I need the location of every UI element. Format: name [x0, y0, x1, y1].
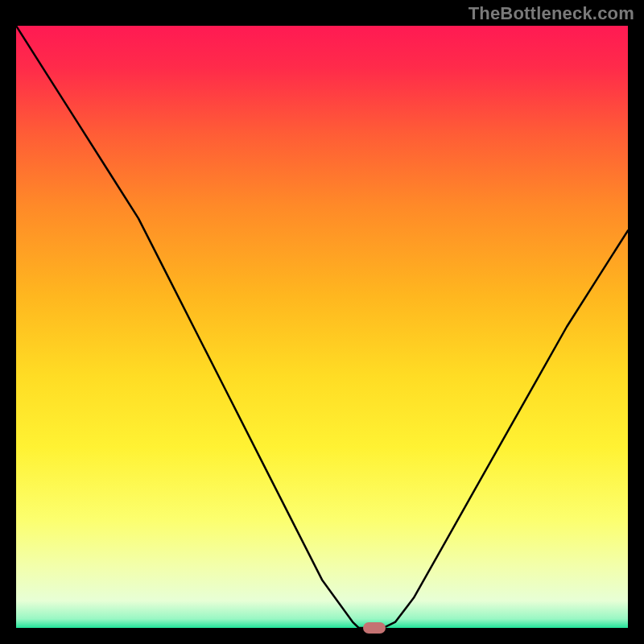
watermark-text: TheBottleneck.com — [469, 3, 634, 24]
plot-svg — [16, 26, 628, 628]
gradient-background — [16, 26, 628, 628]
chart-frame: TheBottleneck.com — [0, 0, 644, 644]
optimal-point-marker — [363, 622, 386, 634]
plot-area — [16, 26, 628, 628]
